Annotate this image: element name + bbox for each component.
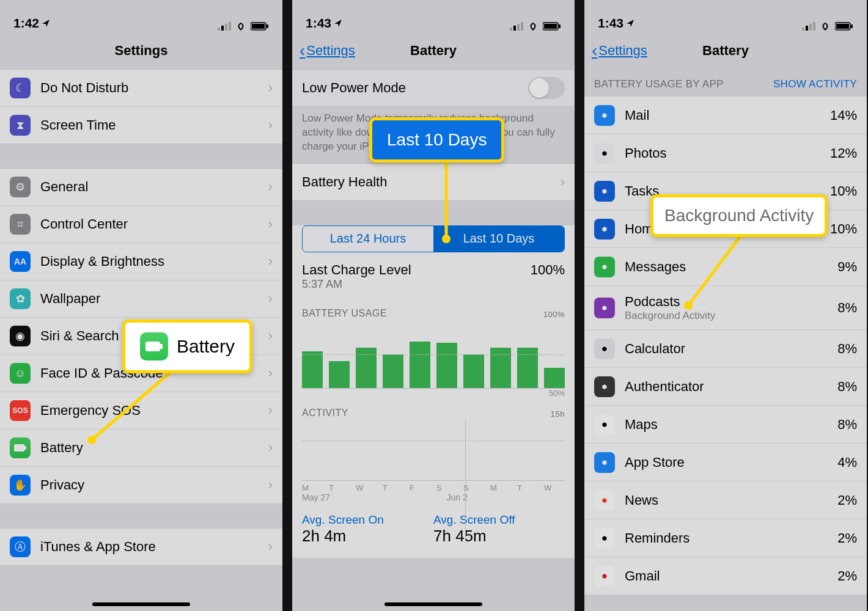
avg-off-label: Avg. Screen Off	[433, 513, 565, 527]
row-control-center[interactable]: ⌗Control Center›	[0, 205, 282, 243]
app-row[interactable]: ●Reminders2%	[584, 519, 867, 557]
axis-date: May 27	[302, 492, 447, 502]
activity-chart[interactable]	[302, 421, 565, 481]
signal-icon	[510, 22, 523, 31]
chevron-right-icon: ›	[268, 117, 273, 133]
app-row[interactable]: ●Mail14%	[584, 97, 867, 134]
svg-rect-14	[513, 26, 516, 31]
app-row[interactable]: ●App Store4%	[584, 444, 867, 481]
app-name: Photos	[625, 145, 830, 161]
row-low-power: Low Power Mode	[292, 69, 575, 107]
app-pct: 2%	[837, 492, 857, 508]
app-name: Podcasts	[625, 294, 837, 310]
home-indicator[interactable]	[384, 602, 482, 606]
charge-pct: 100%	[531, 262, 565, 278]
nav-bar: ‹Settings Battery	[584, 32, 867, 70]
show-activity-button[interactable]: SHOW ACTIVITY	[773, 78, 857, 90]
battery-usage-chart[interactable]	[302, 321, 565, 389]
app-pct: 8%	[837, 300, 857, 316]
chevron-right-icon: ›	[268, 539, 273, 555]
row-label: General	[40, 179, 268, 195]
app-row[interactable]: ●Messages9%	[584, 248, 867, 286]
last-charge: Last Charge Level5:37 AM 100%	[292, 258, 575, 293]
home-indicator[interactable]	[92, 602, 190, 606]
hourglass-icon: ⧗	[10, 115, 31, 136]
app-row[interactable]: ●Gmail2%	[584, 557, 867, 595]
activity-header: ACTIVITY	[302, 408, 348, 419]
status-time: 1:43	[306, 16, 331, 31]
row-screen-time[interactable]: ⧗ Screen Time ›	[0, 106, 282, 144]
back-button[interactable]: ‹Settings	[584, 41, 647, 60]
row-label: Display & Brightness	[40, 254, 268, 269]
battery-icon	[140, 332, 168, 360]
row-sos[interactable]: SOSEmergency SOS›	[0, 392, 282, 430]
app-icon: ●	[594, 338, 615, 359]
svg-rect-3	[229, 22, 231, 31]
chevron-right-icon: ›	[268, 216, 273, 232]
siri-icon: ◉	[10, 326, 31, 346]
screen-settings: 1:42 Settings ☾ Do Not Disturb › ⧗ Scree…	[0, 0, 282, 611]
app-name: Reminders	[625, 530, 837, 546]
app-pct: 8%	[837, 417, 857, 433]
svg-rect-23	[806, 26, 808, 31]
signal-icon	[802, 22, 815, 31]
wallpaper-icon: ✿	[10, 288, 31, 309]
callout-text: Last 10 Days	[387, 130, 487, 150]
status-right	[802, 22, 853, 31]
app-icon: ●	[594, 298, 615, 318]
callout-text: Battery	[177, 336, 235, 357]
status-right	[510, 22, 561, 31]
row-label: iTunes & App Store	[40, 539, 268, 555]
row-battery-health[interactable]: Battery Health ›	[292, 163, 575, 201]
hand-icon: ✋	[10, 475, 31, 496]
segment-10d[interactable]: Last 10 Days	[433, 226, 564, 252]
svg-rect-0	[218, 27, 220, 31]
screen-battery-apps: 1:43 ‹Settings Battery BATTERY USAGE BY …	[584, 0, 867, 611]
wifi-icon	[235, 22, 247, 31]
app-row[interactable]: ●News2%	[584, 481, 867, 519]
app-pct: 8%	[837, 379, 857, 395]
svg-rect-25	[813, 22, 815, 31]
row-itunes[interactable]: ⒶiTunes & App Store›	[0, 528, 282, 566]
svg-rect-10	[160, 344, 163, 349]
row-battery[interactable]: Battery›	[0, 429, 282, 467]
app-row[interactable]: ●Photos12%	[584, 134, 867, 172]
app-row[interactable]: ●Maps8%	[584, 406, 867, 444]
callout-text: Background Activity	[664, 206, 814, 225]
gear-icon: ⚙	[10, 177, 31, 197]
svg-rect-15	[517, 24, 520, 31]
app-pct: 4%	[837, 455, 857, 470]
row-do-not-disturb[interactable]: ☾ Do Not Disturb ›	[0, 69, 282, 107]
app-name: Gmail	[625, 568, 837, 584]
app-row[interactable]: ●PodcastsBackground Activity8%	[584, 286, 867, 330]
battery-icon	[251, 22, 269, 31]
app-pct: 2%	[837, 568, 857, 584]
back-button[interactable]: ‹Settings	[292, 41, 355, 60]
app-row[interactable]: ●Calculator8%	[584, 330, 867, 368]
app-row[interactable]: ●Authenticator8%	[584, 368, 867, 406]
row-privacy[interactable]: ✋Privacy›	[0, 466, 282, 504]
charge-time: 5:37 AM	[302, 278, 411, 291]
chevron-right-icon: ›	[268, 477, 273, 493]
low-power-toggle[interactable]	[528, 77, 565, 99]
status-time: 1:43	[598, 16, 623, 31]
app-pct: 14%	[830, 108, 857, 123]
status-bar: 1:43	[292, 0, 575, 32]
chevron-right-icon: ›	[268, 365, 273, 381]
row-wallpaper[interactable]: ✿Wallpaper›	[0, 280, 282, 318]
app-icon: ●	[594, 143, 615, 164]
chevron-right-icon: ›	[268, 403, 273, 419]
app-icon: ●	[594, 566, 615, 587]
battery-icon	[543, 22, 561, 31]
row-label: Battery Health	[302, 174, 561, 190]
wifi-icon	[819, 22, 831, 31]
app-pct: 10%	[830, 183, 857, 199]
battery-icon	[835, 22, 853, 31]
row-general[interactable]: ⚙General›	[0, 168, 282, 206]
svg-rect-6	[267, 24, 268, 28]
time-range-segment: Last 24 Hours Last 10 Days	[302, 225, 565, 252]
segment-24h[interactable]: Last 24 Hours	[303, 226, 433, 252]
location-icon	[626, 19, 634, 27]
row-display[interactable]: AADisplay & Brightness›	[0, 243, 282, 280]
callout-background-activity: Background Activity	[650, 194, 828, 237]
